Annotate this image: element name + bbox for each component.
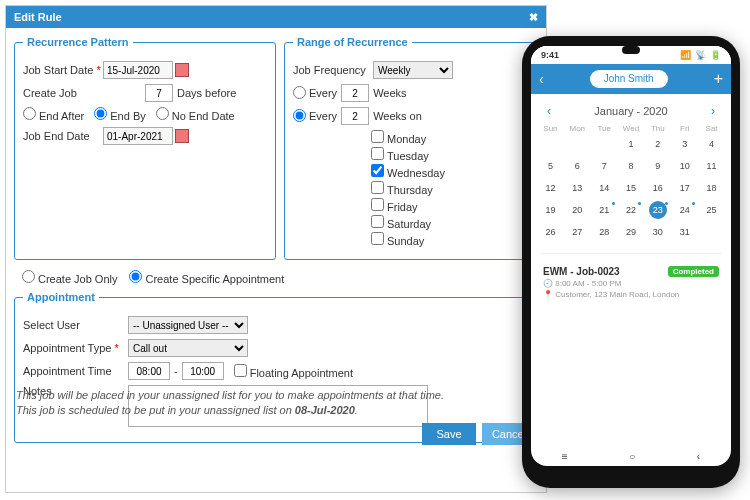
frequency-label: Job Frequency bbox=[293, 64, 373, 76]
calendar-day[interactable]: 6 bbox=[564, 157, 591, 175]
every-weeks-on-input[interactable] bbox=[341, 107, 369, 125]
clock: 9:41 bbox=[541, 50, 559, 60]
calendar-day[interactable]: 13 bbox=[564, 179, 591, 197]
create-appointment-radio[interactable]: Create Specific Appointment bbox=[129, 270, 284, 285]
calendar-day[interactable]: 8 bbox=[618, 157, 645, 175]
job-address: 📍 Customer, 123 Main Road, London bbox=[543, 290, 719, 299]
calendar-day[interactable]: 15 bbox=[618, 179, 645, 197]
calendar-day[interactable]: 12 bbox=[537, 179, 564, 197]
next-month-icon[interactable]: › bbox=[711, 104, 715, 118]
month-title: January - 2020 bbox=[594, 105, 667, 117]
every-weeks-on-radio[interactable] bbox=[293, 109, 309, 124]
calendar-day[interactable]: 20 bbox=[564, 201, 591, 219]
calendar-day[interactable]: 25 bbox=[698, 201, 725, 219]
calendar-day[interactable]: 1 bbox=[618, 135, 645, 153]
calendar-day[interactable]: 11 bbox=[698, 157, 725, 175]
calendar-day[interactable]: 9 bbox=[644, 157, 671, 175]
calendar-day[interactable]: 23 bbox=[644, 201, 671, 219]
create-job-only-radio[interactable]: Create Job Only bbox=[22, 270, 117, 285]
close-icon[interactable]: ✖ bbox=[529, 6, 538, 28]
recurrence-pattern-group: Recurrence Pattern Job Start Date * Crea… bbox=[14, 36, 276, 260]
select-user-select[interactable]: -- Unassigned User -- bbox=[128, 316, 248, 334]
day-thursday[interactable]: Thursday bbox=[371, 181, 527, 196]
time-from-input[interactable] bbox=[128, 362, 170, 380]
calendar-day[interactable]: 28 bbox=[591, 223, 618, 241]
range-of-recurrence-group: Range of Recurrence Job Frequency Weekly… bbox=[284, 36, 536, 260]
day-sunday[interactable]: Sunday bbox=[371, 232, 527, 247]
time-to-input[interactable] bbox=[182, 362, 224, 380]
save-button[interactable]: Save bbox=[422, 423, 476, 445]
end-after-radio[interactable]: End After bbox=[23, 107, 84, 122]
calendar-day[interactable]: 22 bbox=[618, 201, 645, 219]
every-weeks-radio[interactable] bbox=[293, 86, 309, 101]
wifi-icon: 📡 bbox=[695, 50, 706, 60]
dialog-header: Edit Rule ✖ bbox=[6, 6, 546, 28]
calendar-day[interactable]: 18 bbox=[698, 179, 725, 197]
calendar-day[interactable]: 7 bbox=[591, 157, 618, 175]
home-icon[interactable]: ○ bbox=[629, 451, 635, 462]
status-badge: Completed bbox=[668, 266, 719, 277]
weekday-row: SunMonTueWedThuFriSat bbox=[531, 124, 731, 133]
appointment-legend: Appointment bbox=[23, 291, 99, 303]
recents-icon[interactable]: ≡ bbox=[562, 451, 568, 462]
calendar-day[interactable]: 5 bbox=[537, 157, 564, 175]
end-by-radio[interactable]: End By bbox=[94, 107, 145, 122]
add-icon[interactable]: + bbox=[714, 70, 723, 88]
battery-icon: 🔋 bbox=[710, 50, 721, 60]
day-wednesday[interactable]: Wednesday bbox=[371, 164, 527, 179]
back-nav-icon[interactable]: ‹ bbox=[697, 451, 700, 462]
day-monday[interactable]: Monday bbox=[371, 130, 527, 145]
calendar-day[interactable]: 2 bbox=[644, 135, 671, 153]
edit-rule-dialog: Edit Rule ✖ Recurrence Pattern Job Start… bbox=[5, 5, 547, 493]
status-icons: 📶📡🔋 bbox=[676, 50, 721, 60]
start-date-input[interactable] bbox=[103, 61, 173, 79]
calendar-day[interactable]: 14 bbox=[591, 179, 618, 197]
android-navbar: ≡ ○ ‹ bbox=[531, 446, 731, 466]
no-end-radio[interactable]: No End Date bbox=[156, 107, 235, 122]
signal-icon: 📶 bbox=[680, 50, 691, 60]
calendar-day[interactable]: 10 bbox=[671, 157, 698, 175]
user-pill[interactable]: John Smith bbox=[590, 70, 668, 88]
dialog-title: Edit Rule bbox=[14, 6, 62, 28]
calendar-day[interactable]: 31 bbox=[671, 223, 698, 241]
calendar-day[interactable]: 3 bbox=[671, 135, 698, 153]
day-friday[interactable]: Friday bbox=[371, 198, 527, 213]
prev-month-icon[interactable]: ‹ bbox=[547, 104, 551, 118]
appt-type-select[interactable]: Call out bbox=[128, 339, 248, 357]
phone-mockup: 9:41 📶📡🔋 ‹ John Smith + ‹ January - 2020… bbox=[522, 36, 740, 488]
create-job-label: Create Job bbox=[23, 87, 103, 99]
job-title: EWM - Job-0023 bbox=[543, 266, 620, 277]
job-card[interactable]: EWM - Job-0023 Completed 🕘 8:00 AM - 5:0… bbox=[531, 258, 731, 307]
job-time: 🕘 8:00 AM - 5:00 PM bbox=[543, 279, 719, 288]
back-icon[interactable]: ‹ bbox=[539, 71, 544, 87]
every-weeks-input[interactable] bbox=[341, 84, 369, 102]
days-before-input[interactable] bbox=[145, 84, 173, 102]
start-date-label: Job Start Date * bbox=[23, 64, 103, 76]
appt-time-label: Appointment Time bbox=[23, 365, 128, 377]
calendar-day[interactable]: 30 bbox=[644, 223, 671, 241]
calendar-icon[interactable] bbox=[175, 129, 189, 143]
select-user-label: Select User bbox=[23, 319, 128, 331]
calendar-day[interactable]: 17 bbox=[671, 179, 698, 197]
app-bar: ‹ John Smith + bbox=[531, 64, 731, 94]
calendar-day[interactable]: 19 bbox=[537, 201, 564, 219]
calendar-day[interactable]: 16 bbox=[644, 179, 671, 197]
calendar-day[interactable]: 21 bbox=[591, 201, 618, 219]
day-saturday[interactable]: Saturday bbox=[371, 215, 527, 230]
range-legend: Range of Recurrence bbox=[293, 36, 412, 48]
calendar-day[interactable]: 27 bbox=[564, 223, 591, 241]
calendar-icon[interactable] bbox=[175, 63, 189, 77]
frequency-select[interactable]: Weekly bbox=[373, 61, 453, 79]
calendar-day[interactable]: 26 bbox=[537, 223, 564, 241]
calendar-day[interactable]: 24 bbox=[671, 201, 698, 219]
end-date-label: Job End Date bbox=[23, 130, 103, 142]
appt-type-label: Appointment Type * bbox=[23, 342, 128, 354]
footer-note: This job will be placed in your unassign… bbox=[16, 388, 444, 417]
end-date-input[interactable] bbox=[103, 127, 173, 145]
calendar-day[interactable]: 29 bbox=[618, 223, 645, 241]
floating-checkbox[interactable]: Floating Appointment bbox=[234, 364, 353, 379]
days-list: MondayTuesdayWednesdayThursdayFridaySatu… bbox=[371, 130, 527, 247]
calendar-day[interactable]: 4 bbox=[698, 135, 725, 153]
appointment-group: Appointment Select User -- Unassigned Us… bbox=[14, 291, 530, 443]
day-tuesday[interactable]: Tuesday bbox=[371, 147, 527, 162]
